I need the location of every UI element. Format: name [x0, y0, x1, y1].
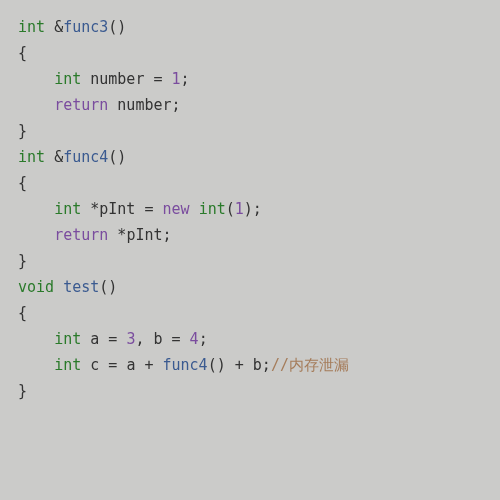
code-token-type: int [18, 18, 45, 36]
code-token-num: 1 [235, 200, 244, 218]
code-token-punct: () [108, 18, 126, 36]
code-token-op: * [90, 200, 99, 218]
code-token-kw: return [54, 96, 108, 114]
code-line: { [18, 40, 482, 66]
code-token-func: func3 [63, 18, 108, 36]
code-token-punct: ( [226, 200, 235, 218]
code-token-type: int [54, 330, 81, 348]
code-token-punct: } [18, 252, 27, 270]
code-line: } [18, 118, 482, 144]
code-token-punct: } [18, 122, 27, 140]
code-token-ident: b [253, 356, 262, 374]
code-token-ident: number [117, 96, 171, 114]
code-token-func: test [63, 278, 99, 296]
code-token-type: int [18, 148, 45, 166]
code-token-op: = [144, 200, 153, 218]
code-token-func: func4 [63, 148, 108, 166]
code-token-type: int [54, 356, 81, 374]
code-token-ident: c [90, 356, 99, 374]
code-token-op: & [54, 18, 63, 36]
code-token-op: + [144, 356, 153, 374]
code-line: { [18, 300, 482, 326]
code-token-ident: pInt [99, 200, 135, 218]
code-token-punct: { [18, 174, 27, 192]
code-token-op: = [153, 70, 162, 88]
code-line: int c = a + func4() + b;//内存泄漏 [18, 352, 482, 378]
code-line: int &func4() [18, 144, 482, 170]
code-token-type: int [54, 200, 81, 218]
code-token-punct: () [108, 148, 126, 166]
code-token-punct: { [18, 44, 27, 62]
code-token-punct: ) [244, 200, 253, 218]
code-token-kw: return [54, 226, 108, 244]
code-token-ident: pInt [126, 226, 162, 244]
code-line: { [18, 170, 482, 196]
code-token-type: void [18, 278, 54, 296]
code-token-op: ; [253, 200, 262, 218]
code-line: int number = 1; [18, 66, 482, 92]
code-token-func: func4 [163, 356, 208, 374]
code-block: int &func3(){ int number = 1; return num… [0, 0, 500, 404]
code-token-kw: new [163, 200, 190, 218]
code-token-ident: a [126, 356, 135, 374]
code-token-op: ; [199, 330, 208, 348]
code-token-op: ; [163, 226, 172, 244]
code-token-comment: //内存泄漏 [271, 356, 349, 374]
code-token-punct: () [99, 278, 117, 296]
code-token-punct: { [18, 304, 27, 322]
code-token-num: 4 [190, 330, 199, 348]
code-token-op: = [108, 356, 117, 374]
code-line: } [18, 378, 482, 404]
code-token-ident: a [90, 330, 99, 348]
code-token-type: int [54, 70, 81, 88]
code-token-op: = [172, 330, 181, 348]
code-line: return number; [18, 92, 482, 118]
code-token-op: ; [172, 96, 181, 114]
code-line: int *pInt = new int(1); [18, 196, 482, 222]
code-token-ident: number [90, 70, 144, 88]
code-line: int a = 3, b = 4; [18, 326, 482, 352]
code-line: void test() [18, 274, 482, 300]
code-line: } [18, 248, 482, 274]
code-token-type: int [199, 200, 226, 218]
code-token-num: 1 [172, 70, 181, 88]
code-token-punct: () [208, 356, 226, 374]
code-token-op: = [108, 330, 117, 348]
code-token-op: , [135, 330, 144, 348]
code-token-op: ; [181, 70, 190, 88]
code-token-op: ; [262, 356, 271, 374]
code-token-ident: b [153, 330, 162, 348]
code-token-op: & [54, 148, 63, 166]
code-token-punct: } [18, 382, 27, 400]
code-line: return *pInt; [18, 222, 482, 248]
code-token-op: + [235, 356, 244, 374]
code-line: int &func3() [18, 14, 482, 40]
